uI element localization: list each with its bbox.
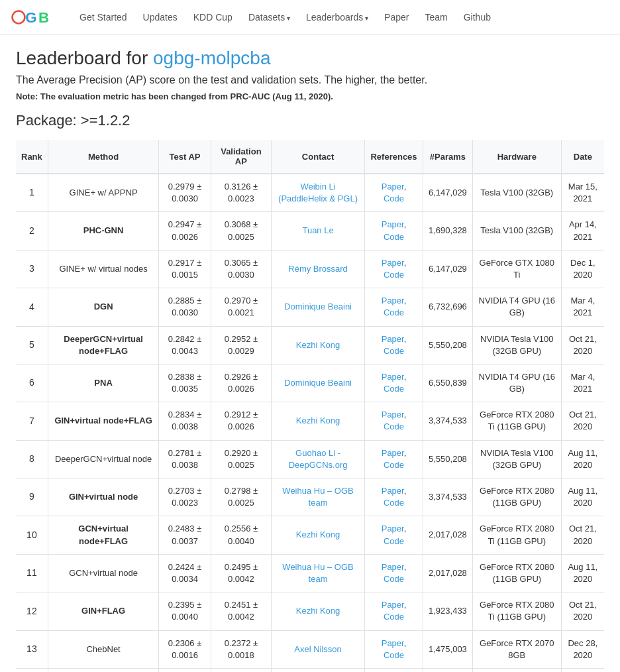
code-link[interactable]: Code: [384, 460, 404, 470]
contact-cell[interactable]: Dominique Beaini: [272, 288, 365, 326]
refs-cell[interactable]: Paper, Code: [365, 174, 423, 212]
test-ap-cell: 0.2917 ± 0.0015: [159, 250, 211, 288]
contact-link[interactable]: Dominique Beaini: [284, 378, 352, 388]
params-cell: 5,550,208: [423, 326, 473, 364]
contact-link[interactable]: Weihua Hu – OGB team: [282, 486, 353, 508]
hardware-cell: GeForce RTX 2080 Ti (11GB GPU): [472, 516, 561, 554]
contact-cell[interactable]: Weihua Hu – OGB team: [272, 554, 365, 592]
contact-cell[interactable]: Weihua Hu – OGB team: [272, 668, 365, 672]
paper-link[interactable]: Paper: [382, 448, 404, 458]
code-link[interactable]: Code: [384, 498, 404, 508]
contact-link[interactable]: Rémy Brossard: [288, 264, 348, 274]
contact-link[interactable]: Kezhi Kong: [296, 606, 340, 616]
code-link[interactable]: Code: [384, 270, 404, 280]
params-cell: 1,475,003: [423, 630, 473, 668]
code-link[interactable]: Code: [384, 232, 404, 242]
refs-cell[interactable]: Paper, Code: [365, 326, 423, 364]
nav-team[interactable]: Team: [425, 12, 447, 23]
test-ap-cell: 0.2885 ± 0.0030: [159, 288, 211, 326]
contact-cell[interactable]: Weibin Li (PaddleHelix & PGL): [272, 174, 365, 212]
code-link[interactable]: Code: [384, 194, 404, 203]
refs-cell[interactable]: Paper, Code: [365, 402, 423, 440]
nav-kdd-cup[interactable]: KDD Cup: [193, 12, 232, 23]
contact-cell[interactable]: Kezhi Kong: [272, 326, 365, 364]
paper-link[interactable]: Paper: [382, 524, 404, 533]
code-link[interactable]: Code: [384, 384, 404, 394]
contact-link[interactable]: Tuan Le: [302, 225, 333, 235]
code-link[interactable]: Code: [384, 650, 404, 660]
val-ap-cell: 0.3126 ± 0.0023: [211, 174, 271, 212]
contact-link[interactable]: Kezhi Kong: [296, 530, 340, 539]
rank-cell: 9: [16, 478, 48, 516]
refs-cell[interactable]: Paper, Code: [365, 250, 423, 288]
contact-cell[interactable]: Tuan Le: [272, 212, 365, 250]
refs-cell[interactable]: Paper, Code: [365, 288, 423, 326]
svg-text:G: G: [25, 9, 36, 25]
refs-cell[interactable]: Paper, Code: [365, 212, 423, 250]
contact-cell[interactable]: Kezhi Kong: [272, 592, 365, 630]
package-label: Package: >=1.2.2: [16, 112, 604, 129]
paper-link[interactable]: Paper: [382, 372, 404, 382]
nav-datasets[interactable]: Datasets: [248, 12, 290, 23]
method-cell: GIN+FLAG: [48, 592, 159, 630]
code-link[interactable]: Code: [384, 308, 404, 317]
paper-link[interactable]: Paper: [382, 296, 404, 306]
paper-link[interactable]: Paper: [382, 182, 404, 192]
refs-cell[interactable]: Paper, Code: [365, 554, 423, 592]
table-row: 2PHC-GNN0.2947 ± 0.00260.3068 ± 0.0025Tu…: [16, 212, 604, 250]
code-link[interactable]: Code: [384, 536, 404, 546]
hardware-cell: NVIDIA Tesla V100 (32GB GPU): [472, 326, 561, 364]
params-cell: 6,147,029: [423, 250, 473, 288]
refs-cell[interactable]: Paper, Code: [365, 478, 423, 516]
refs-cell[interactable]: Paper, Code: [365, 440, 423, 478]
contact-cell[interactable]: Weihua Hu – OGB team: [272, 478, 365, 516]
nav-paper[interactable]: Paper: [384, 12, 409, 23]
contact-cell[interactable]: Dominique Beaini: [272, 364, 365, 402]
contact-link[interactable]: Dominique Beaini: [284, 302, 352, 311]
method-cell: DeeperGCN+virtual node: [48, 440, 159, 478]
contact-cell[interactable]: Axel Nilsson: [272, 630, 365, 668]
refs-cell[interactable]: Paper, Code: [365, 516, 423, 554]
hardware-cell: GeForce RTX 2070 8GB: [472, 630, 561, 668]
paper-link[interactable]: Paper: [382, 258, 404, 268]
paper-link[interactable]: Paper: [382, 638, 404, 648]
paper-link[interactable]: Paper: [382, 219, 404, 229]
refs-cell[interactable]: Paper, Code: [365, 592, 423, 630]
method-cell: GCN+virtual node+FLAG: [48, 516, 159, 554]
test-ap-cell: 0.2306 ± 0.0016: [159, 630, 211, 668]
contact-link[interactable]: Guohao Li - DeepGCNs.org: [289, 448, 348, 470]
contact-link[interactable]: Weihua Hu – OGB team: [282, 562, 353, 584]
title-link[interactable]: ogbg-molpcba: [153, 48, 270, 68]
refs-cell[interactable]: Paper, Code: [365, 364, 423, 402]
contact-cell[interactable]: Guohao Li - DeepGCNs.org: [272, 440, 365, 478]
contact-link[interactable]: Axel Nilsson: [294, 644, 342, 654]
code-link[interactable]: Code: [384, 346, 404, 356]
paper-link[interactable]: Paper: [382, 600, 404, 610]
test-ap-cell: 0.2834 ± 0.0038: [159, 402, 211, 440]
refs-cell[interactable]: Paper, Code: [365, 668, 423, 672]
contact-cell[interactable]: Kezhi Kong: [272, 402, 365, 440]
nav-get-started[interactable]: Get Started: [79, 12, 127, 23]
paper-link[interactable]: Paper: [382, 410, 404, 420]
nav-github[interactable]: Github: [464, 12, 491, 23]
contact-link[interactable]: Kezhi Kong: [296, 416, 340, 425]
date-cell: Mar 15, 2021: [561, 174, 604, 212]
rank-cell: 14: [16, 668, 48, 672]
contact-cell[interactable]: Rémy Brossard: [272, 250, 365, 288]
contact-link[interactable]: Kezhi Kong: [296, 340, 340, 350]
contact-cell[interactable]: Kezhi Kong: [272, 516, 365, 554]
method-cell: GCN+virtual node: [48, 554, 159, 592]
paper-link[interactable]: Paper: [382, 334, 404, 344]
code-link[interactable]: Code: [384, 612, 404, 622]
paper-link[interactable]: Paper: [382, 562, 404, 572]
nav-updates[interactable]: Updates: [143, 12, 178, 23]
paper-link[interactable]: Paper: [382, 486, 404, 496]
col-rank: Rank: [16, 140, 48, 174]
refs-cell[interactable]: Paper, Code: [365, 630, 423, 668]
params-cell: 2,017,028: [423, 516, 473, 554]
code-link[interactable]: Code: [384, 421, 404, 431]
nav-leaderboards[interactable]: Leaderboards: [306, 12, 368, 23]
code-link[interactable]: Code: [384, 574, 404, 584]
logo[interactable]: G B: [11, 7, 50, 28]
contact-link[interactable]: Weibin Li (PaddleHelix & PGL): [278, 182, 358, 203]
